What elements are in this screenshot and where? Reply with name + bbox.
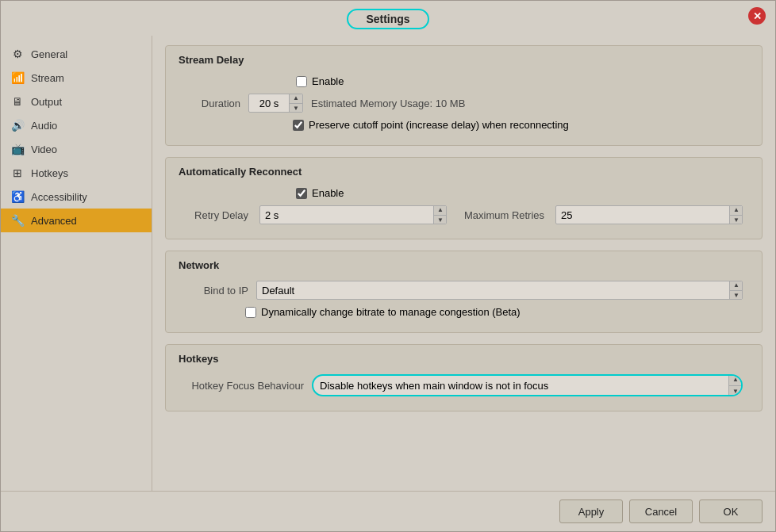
stream-delay-preserve-row: Preserve cutoff point (increase delay) w…: [166, 116, 762, 134]
accessibility-icon: ♿: [10, 190, 25, 203]
sidebar-item-output[interactable]: 🖥 Output: [1, 90, 152, 113]
retry-delay-select[interactable]: 2 s 5 s 10 s: [260, 209, 433, 221]
retry-delay-row: Retry Delay 2 s 5 s 10 s ▲ ▼ Maximum Ret…: [166, 202, 762, 228]
bind-to-row: Bind to IP Default ▲ ▼: [166, 277, 762, 303]
hotkey-focus-down-btn[interactable]: ▼: [729, 385, 742, 396]
retry-delay-arrows: ▲ ▼: [433, 205, 446, 224]
sidebar-item-audio[interactable]: 🔊 Audio: [1, 113, 152, 137]
duration-decrement-btn[interactable]: ▼: [290, 103, 302, 113]
sidebar-item-video[interactable]: 📺 Video: [1, 137, 152, 161]
hotkeys-icon: ⊞: [10, 166, 25, 179]
network-section: Network Bind to IP Default ▲ ▼: [165, 251, 763, 333]
apply-button[interactable]: Apply: [559, 499, 623, 523]
hotkey-focus-label: Hotkey Focus Behaviour: [185, 380, 304, 392]
dynamic-bitrate-checkbox-wrapper: Dynamically change bitrate to manage con…: [245, 306, 521, 318]
sidebar-item-accessibility[interactable]: ♿ Accessibility: [1, 185, 152, 209]
output-icon: 🖥: [10, 95, 25, 108]
video-icon: 📺: [10, 143, 25, 155]
stream-delay-section: Stream Delay Enable Duration ▲: [165, 45, 763, 146]
stream-icon: 📶: [10, 71, 25, 84]
duration-label: Duration: [185, 98, 240, 109]
max-retries-arrows: ▲ ▼: [729, 205, 742, 224]
preserve-label: Preserve cutoff point (increase delay) w…: [309, 119, 569, 131]
est-memory-label: Estimated Memory Usage: 10 MB: [311, 98, 465, 109]
sidebar-item-label: Hotkeys: [31, 167, 68, 179]
stream-delay-enable-checkbox-wrapper: Enable: [296, 75, 344, 87]
hotkey-focus-up-btn[interactable]: ▲: [729, 374, 742, 385]
dynamic-bitrate-checkbox[interactable]: [245, 307, 256, 318]
sidebar-item-label: Accessibility: [31, 191, 87, 203]
sidebar-item-label: Audio: [31, 120, 57, 132]
footer: Apply Cancel OK: [1, 491, 775, 531]
auto-reconnect-enable-row: Enable: [166, 184, 762, 202]
sidebar-item-stream[interactable]: 📶 Stream: [1, 66, 152, 90]
hotkey-focus-row: Hotkey Focus Behaviour Disable hotkeys w…: [166, 371, 762, 400]
advanced-icon: 🔧: [10, 214, 25, 227]
max-retries-up-btn[interactable]: ▲: [730, 205, 743, 215]
hotkey-focus-select[interactable]: Disable hotkeys when main window is not …: [313, 380, 728, 392]
max-retries-label: Maximum Retries: [464, 209, 544, 221]
bind-to-select-wrapper: Default ▲ ▼: [256, 281, 743, 300]
retry-delay-select-wrapper: 2 s 5 s 10 s ▲ ▼: [259, 205, 447, 224]
dialog-title: Settings: [347, 9, 428, 29]
close-button[interactable]: ✕: [748, 7, 766, 25]
dynamic-bitrate-label: Dynamically change bitrate to manage con…: [261, 306, 521, 318]
auto-reconnect-enable-label: Enable: [312, 187, 344, 199]
stream-delay-title: Stream Delay: [166, 46, 762, 72]
bind-to-up-btn[interactable]: ▲: [730, 281, 743, 290]
retry-delay-up-btn[interactable]: ▲: [434, 205, 447, 215]
auto-reconnect-enable-checkbox-wrapper: Enable: [296, 187, 344, 199]
max-retries-down-btn[interactable]: ▼: [730, 215, 743, 224]
dynamic-bitrate-row: Dynamically change bitrate to manage con…: [166, 303, 762, 321]
sidebar-item-label: General: [31, 48, 67, 60]
preserve-checkbox[interactable]: [293, 120, 304, 131]
hotkey-focus-arrows: ▲ ▼: [728, 374, 741, 396]
duration-spinbox-buttons: ▲ ▼: [289, 94, 302, 113]
content-area: Stream Delay Enable Duration ▲: [152, 36, 775, 491]
stream-delay-duration-row: Duration ▲ ▼ Estimated Memory Usage: 10 …: [166, 90, 762, 116]
sidebar-item-label: Advanced: [31, 215, 77, 227]
stream-delay-enable-checkbox[interactable]: [296, 76, 307, 87]
audio-icon: 🔊: [10, 119, 25, 132]
sidebar-item-label: Stream: [31, 72, 64, 84]
hotkeys-section: Hotkeys Hotkey Focus Behaviour Disable h…: [165, 344, 763, 411]
max-retries-select[interactable]: 25 10 50 Unlimited: [556, 209, 729, 221]
title-bar: Settings ✕: [1, 1, 775, 36]
main-content: ⚙ General 📶 Stream 🖥 Output 🔊 Audio 📺 Vi…: [1, 36, 775, 491]
sidebar-item-general[interactable]: ⚙ General: [1, 42, 152, 66]
settings-dialog: Settings ✕ ⚙ General 📶 Stream 🖥 Output 🔊…: [0, 0, 776, 532]
sidebar-item-label: Output: [31, 96, 62, 108]
bind-to-select[interactable]: Default: [257, 285, 729, 297]
duration-spinbox: ▲ ▼: [248, 94, 303, 113]
max-retries-select-wrapper: 25 10 50 Unlimited ▲ ▼: [555, 205, 743, 224]
auto-reconnect-section: Automatically Reconnect Enable Retry Del…: [165, 157, 763, 239]
retry-delay-label: Retry Delay: [185, 209, 248, 221]
sidebar: ⚙ General 📶 Stream 🖥 Output 🔊 Audio 📺 Vi…: [1, 36, 152, 491]
duration-input[interactable]: [249, 98, 289, 109]
retry-delay-down-btn[interactable]: ▼: [434, 215, 447, 224]
sidebar-item-label: Video: [31, 144, 57, 155]
sidebar-item-hotkeys[interactable]: ⊞ Hotkeys: [1, 161, 152, 185]
auto-reconnect-title: Automatically Reconnect: [166, 158, 762, 184]
bind-to-label: Bind to IP: [185, 285, 248, 297]
network-title: Network: [166, 251, 762, 277]
stream-delay-enable-label: Enable: [312, 75, 344, 87]
stream-delay-enable-row: Enable: [166, 72, 762, 90]
cancel-button[interactable]: Cancel: [629, 499, 693, 523]
bind-to-arrows: ▲ ▼: [729, 281, 742, 300]
preserve-checkbox-wrapper: Preserve cutoff point (increase delay) w…: [293, 119, 569, 131]
duration-increment-btn[interactable]: ▲: [290, 94, 302, 103]
bind-to-down-btn[interactable]: ▼: [730, 290, 743, 300]
ok-button[interactable]: OK: [699, 499, 763, 523]
sidebar-item-advanced[interactable]: 🔧 Advanced: [1, 209, 152, 232]
general-icon: ⚙: [10, 48, 25, 60]
hotkey-focus-select-wrapper: Disable hotkeys when main window is not …: [312, 374, 743, 396]
auto-reconnect-enable-checkbox[interactable]: [296, 188, 307, 199]
hotkeys-section-title: Hotkeys: [166, 345, 762, 371]
